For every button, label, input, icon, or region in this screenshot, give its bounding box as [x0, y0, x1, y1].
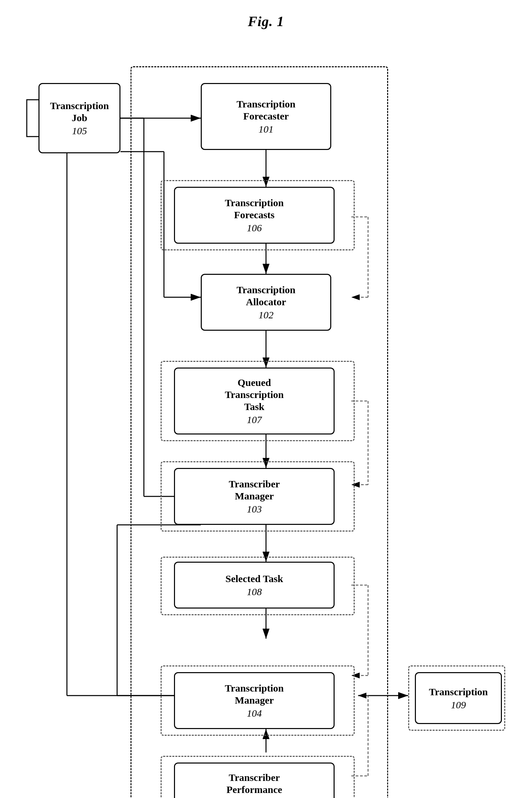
transcription-forecaster-number: 101: [259, 124, 274, 135]
transcription-allocator-number: 102: [259, 309, 274, 321]
transcription-box: Transcription 109: [415, 672, 502, 724]
transcription-job-label: TranscriptionJob: [50, 100, 109, 124]
transcription-job-box: TranscriptionJob 105: [38, 83, 120, 153]
selected-task-box: Selected Task 108: [174, 562, 335, 609]
transcription-forecasts-label: TranscriptionForecasts: [225, 197, 284, 221]
transcriber-manager-number: 103: [247, 503, 262, 515]
transcription-allocator-label: TranscriptionAllocator: [236, 284, 296, 308]
transcription-forecasts-box: TranscriptionForecasts 106: [174, 187, 335, 244]
diagram: TranscriptionJob 105 TranscriptionForeca…: [0, 39, 532, 798]
transcription-job-number: 105: [72, 125, 87, 136]
transcription-manager-number: 104: [247, 708, 262, 719]
figure-title: Fig. 1: [0, 13, 532, 30]
queued-transcription-task-number: 107: [247, 414, 262, 425]
transcription-manager-box: TranscriptionManager 104: [174, 672, 335, 729]
queued-transcription-task-label: QueuedTranscriptionTask: [225, 376, 284, 413]
transcription-forecaster-box: TranscriptionForecaster 101: [201, 83, 331, 150]
transcription-forecasts-number: 106: [247, 222, 262, 234]
transcriber-performance-data-label: TranscriberPerformanceData: [227, 772, 282, 798]
transcription-label: Transcription: [429, 686, 488, 698]
transcriber-performance-data-box: TranscriberPerformanceData 110: [174, 762, 335, 798]
transcriber-manager-box: TranscriberManager 103: [174, 468, 335, 525]
selected-task-number: 108: [247, 586, 262, 597]
transcription-number: 109: [451, 699, 466, 711]
transcription-manager-label: TranscriptionManager: [225, 682, 284, 706]
transcription-forecaster-label: TranscriptionForecaster: [236, 98, 296, 122]
selected-task-label: Selected Task: [226, 573, 283, 585]
transcription-allocator-box: TranscriptionAllocator 102: [201, 274, 331, 331]
transcriber-manager-label: TranscriberManager: [229, 478, 280, 502]
queued-transcription-task-box: QueuedTranscriptionTask 107: [174, 368, 335, 434]
